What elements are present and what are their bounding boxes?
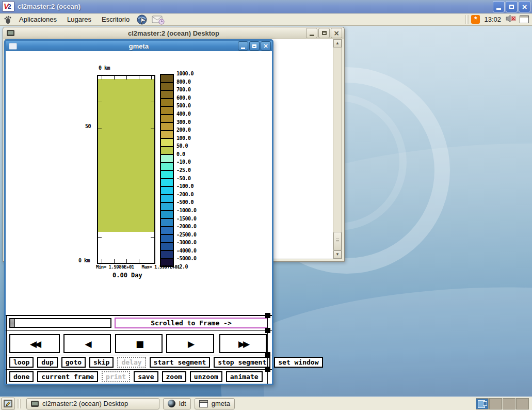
colorbar-cell bbox=[161, 186, 173, 194]
pane-sash-handle[interactable] bbox=[265, 352, 270, 357]
maximize-button[interactable] bbox=[506, 1, 518, 12]
update-notifier-icon[interactable]: * bbox=[471, 15, 480, 24]
workspace-4[interactable] bbox=[516, 398, 529, 409]
colorbar-tick-label: -1000.0 bbox=[176, 208, 197, 213]
close-button[interactable]: × bbox=[519, 1, 530, 12]
play-button[interactable]: ▶ bbox=[166, 334, 214, 353]
print-button: print bbox=[102, 371, 130, 382]
gnome-foot-icon[interactable] bbox=[3, 15, 12, 24]
minimize-button[interactable] bbox=[238, 41, 248, 51]
colorbar-tick-label: 50.0 bbox=[176, 143, 188, 149]
gmeta-window-title: gmeta bbox=[6, 42, 272, 50]
vnc-titlebar[interactable]: V2 cl2master:2 (ocean) × bbox=[0, 0, 532, 13]
mail-launcher-icon[interactable] bbox=[152, 14, 165, 25]
workspace-2[interactable] bbox=[489, 398, 502, 409]
segment-button-row: loopdupgotoskipdelaystart segmentstop se… bbox=[9, 357, 323, 368]
colorbar-cell bbox=[161, 234, 173, 242]
colorbar-tick-label: -10.0 bbox=[176, 159, 191, 165]
colorbar-tick-label: 500.0 bbox=[176, 103, 191, 108]
desktop-window-titlebar[interactable]: cl2master:2 (ocean) Desktop × bbox=[3, 27, 344, 39]
pane-sash-handle[interactable] bbox=[265, 367, 270, 372]
delay-button: delay bbox=[117, 357, 146, 368]
colorbar-cell bbox=[161, 194, 173, 202]
browser-launcher-icon[interactable] bbox=[136, 14, 149, 25]
colorbar-cell bbox=[161, 122, 173, 130]
skip-button[interactable]: skip bbox=[89, 357, 114, 368]
pane-sash-handle[interactable] bbox=[265, 328, 270, 333]
plot-area bbox=[97, 75, 155, 264]
workspace-1[interactable] bbox=[476, 398, 489, 409]
set-window-button[interactable]: set window bbox=[274, 357, 323, 368]
minimize-button[interactable] bbox=[493, 1, 505, 12]
vertical-scrollbar[interactable]: ▲ ▼ bbox=[333, 39, 342, 259]
colorbar-cell bbox=[161, 162, 173, 170]
plot-min-max: Min= 1.5986E+01 Max= 1.5997E+01 bbox=[96, 264, 180, 270]
minimize-button[interactable] bbox=[306, 28, 317, 38]
menu-lugares[interactable]: Lugares bbox=[62, 13, 96, 26]
colorbar-tick-label: -3000.0 bbox=[176, 240, 197, 245]
save-button[interactable]: save bbox=[134, 371, 158, 382]
dup-button[interactable]: dup bbox=[37, 357, 57, 368]
zoom-button[interactable]: zoom bbox=[162, 371, 186, 382]
gnome-foot-icon bbox=[3, 15, 12, 24]
plot-frame-time: 0.00 Day bbox=[112, 272, 142, 279]
scrolled-to-frame-label: Scrolled to Frame -> bbox=[115, 318, 268, 328]
colorbar-tick-label: 300.0 bbox=[176, 119, 191, 125]
colorbar-tick-label: 0.0 bbox=[176, 151, 185, 157]
gmeta-control-panel: Scrolled to Frame -> ◀◀◀■▶▶▶ loopdupgoto… bbox=[6, 315, 272, 384]
unzoom-button[interactable]: unzoom bbox=[190, 371, 222, 382]
goto-button[interactable]: goto bbox=[61, 357, 86, 368]
workspace-pager bbox=[476, 398, 529, 409]
taskbar-grip[interactable] bbox=[17, 399, 21, 408]
maximize-button[interactable] bbox=[318, 28, 330, 38]
loop-button[interactable]: loop bbox=[9, 357, 34, 368]
colorbar-cell bbox=[161, 210, 173, 218]
menu-aplicaciones[interactable]: Aplicaciones bbox=[14, 13, 62, 26]
frame-number-input[interactable] bbox=[9, 318, 111, 328]
gmeta-titlebar[interactable]: gmeta × bbox=[6, 41, 272, 51]
taskbar: cl2master:2 (ocean) Desktop idt gmeta bbox=[0, 397, 532, 410]
colorbar-tick-label: 800.0 bbox=[176, 79, 191, 85]
monitor-icon bbox=[31, 401, 39, 407]
workspace-3[interactable] bbox=[503, 398, 515, 409]
axis-label-bottom: 0 km bbox=[78, 258, 90, 263]
text-caret-block bbox=[10, 319, 15, 327]
fast-forward-button[interactable]: ▶▶ bbox=[219, 334, 267, 353]
colorbar-cell bbox=[161, 218, 173, 226]
pane-sash-handle[interactable] bbox=[265, 313, 270, 318]
maximize-button[interactable] bbox=[249, 41, 260, 51]
task-label: idt bbox=[179, 400, 186, 407]
scrollbar-thumb[interactable] bbox=[333, 232, 342, 250]
taskbar-item-desktop[interactable]: cl2master:2 (ocean) Desktop bbox=[26, 398, 159, 409]
axis-label-top: 0 km bbox=[99, 65, 110, 71]
close-button[interactable]: × bbox=[261, 41, 271, 51]
menu-escritorio[interactable]: Escritorio bbox=[96, 13, 135, 26]
window-selector-icon[interactable] bbox=[520, 15, 529, 23]
done-button[interactable]: done bbox=[9, 371, 34, 382]
panel-grip[interactable] bbox=[465, 15, 469, 24]
colorbar-tick-label: -1500.0 bbox=[176, 216, 197, 222]
colorbar-cell bbox=[161, 178, 173, 186]
action-button-row: donecurrent frameprintsavezoomunzoomanim… bbox=[9, 371, 263, 382]
stop-segment-button[interactable]: stop segment bbox=[214, 357, 270, 368]
volume-muted-icon[interactable] bbox=[505, 14, 517, 24]
close-button[interactable]: × bbox=[331, 28, 342, 38]
scroll-up-button[interactable]: ▲ bbox=[333, 39, 342, 48]
animate-button[interactable]: animate bbox=[226, 371, 263, 382]
desktop-window-title: cl2master:2 (ocean) Desktop bbox=[3, 29, 344, 37]
colorbar-cell bbox=[161, 202, 173, 210]
colorbar-cell bbox=[161, 170, 173, 178]
colorbar-tick-label: 600.0 bbox=[176, 95, 191, 101]
taskbar-item-gmeta[interactable]: gmeta bbox=[195, 398, 235, 409]
start-segment-button[interactable]: start segment bbox=[150, 357, 211, 368]
scroll-down-button[interactable]: ▼ bbox=[333, 250, 342, 259]
show-desktop-button[interactable] bbox=[1, 398, 15, 410]
stop-button[interactable]: ■ bbox=[115, 334, 163, 353]
plot-field-fill bbox=[98, 79, 154, 232]
step-back-button[interactable]: ◀ bbox=[63, 334, 111, 353]
current-frame-button[interactable]: current frame bbox=[37, 371, 98, 382]
window-icon bbox=[9, 43, 17, 50]
panel-clock[interactable]: 13:02 bbox=[484, 15, 501, 23]
rewind-button[interactable]: ◀◀ bbox=[9, 334, 60, 353]
taskbar-item-idt[interactable]: idt bbox=[163, 398, 191, 409]
